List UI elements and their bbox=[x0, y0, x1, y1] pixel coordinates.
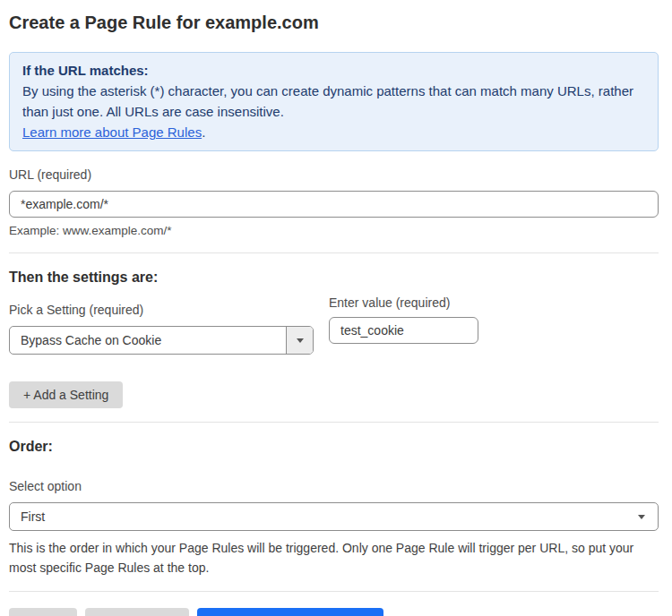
cancel-button[interactable]: Cancel bbox=[9, 608, 77, 616]
order-selected-value: First bbox=[10, 509, 638, 524]
pick-setting-label: Pick a Setting (required) bbox=[9, 301, 314, 319]
page-title: Create a Page Rule for example.com bbox=[9, 11, 659, 34]
enter-value-column: Enter value (required) bbox=[329, 287, 478, 344]
setting-value-input[interactable] bbox=[329, 317, 478, 344]
divider bbox=[9, 252, 659, 253]
url-input[interactable] bbox=[9, 191, 659, 218]
order-help-text: This is the order in which your Page Rul… bbox=[9, 538, 650, 578]
save-and-deploy-button[interactable]: Save and Deploy Page Rule bbox=[197, 608, 383, 616]
setting-row: Pick a Setting (required) Bypass Cache o… bbox=[9, 287, 659, 355]
pick-setting-column: Pick a Setting (required) Bypass Cache o… bbox=[9, 287, 314, 355]
learn-more-link[interactable]: Learn more about Page Rules bbox=[22, 124, 202, 140]
enter-value-label: Enter value (required) bbox=[329, 294, 478, 312]
info-box-body: By using the asterisk (*) character, you… bbox=[22, 81, 645, 122]
url-field-label: URL (required) bbox=[9, 166, 659, 184]
pick-setting-selected-value: Bypass Cache on Cookie bbox=[10, 333, 286, 347]
add-setting-button[interactable]: + Add a Setting bbox=[9, 381, 123, 408]
pick-setting-dropdown[interactable]: Bypass Cache on Cookie bbox=[9, 326, 314, 355]
chevron-down-icon bbox=[297, 338, 304, 343]
divider bbox=[9, 591, 659, 592]
form-actions: Cancel Save as Draft Save and Deploy Pag… bbox=[9, 608, 659, 616]
info-box-heading: If the URL matches: bbox=[22, 60, 645, 81]
order-select-label: Select option bbox=[9, 477, 659, 495]
info-box-link-line: Learn more about Page Rules. bbox=[22, 122, 645, 142]
link-period: . bbox=[202, 124, 205, 140]
chevron-down-icon bbox=[638, 515, 645, 519]
save-as-draft-button[interactable]: Save as Draft bbox=[85, 608, 190, 616]
order-dropdown[interactable]: First bbox=[9, 502, 659, 531]
order-section-heading: Order: bbox=[9, 438, 659, 456]
url-matches-info-box: If the URL matches: By using the asteris… bbox=[9, 52, 659, 151]
settings-section-heading: Then the settings are: bbox=[9, 269, 659, 287]
divider bbox=[9, 422, 659, 423]
dropdown-arrow-button[interactable] bbox=[286, 327, 313, 354]
url-example-hint: Example: www.example.com/* bbox=[9, 223, 659, 239]
